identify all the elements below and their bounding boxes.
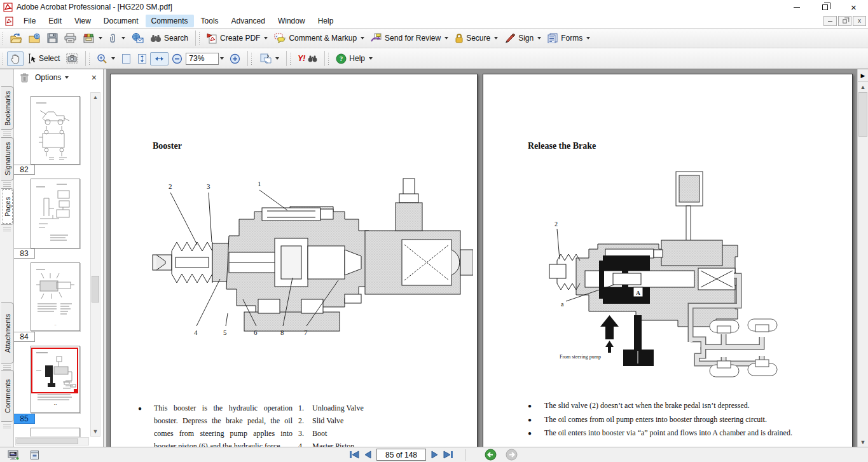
zoom-out-button[interactable]: [169, 51, 186, 66]
document-close-button[interactable]: x: [853, 16, 866, 26]
toolbar-grip[interactable]: [327, 52, 330, 65]
zoom-dropdown-caret-icon[interactable]: [220, 57, 224, 60]
fit-height-icon: [137, 53, 147, 64]
thumbnails-vertical-scrollbar[interactable]: ▲ ▼: [90, 92, 100, 437]
sidebar-tab-signatures[interactable]: Signatures: [1, 137, 14, 180]
scroll-up-icon[interactable]: ▲: [858, 82, 868, 92]
open-button[interactable]: [7, 31, 25, 45]
toolbar-grip[interactable]: [88, 52, 91, 65]
attach-button[interactable]: [106, 31, 128, 46]
page-display-button[interactable]: [256, 51, 282, 66]
scrollbar-thumb[interactable]: [92, 276, 99, 302]
window-restore-button[interactable]: [811, 0, 839, 14]
open-web-button[interactable]: [25, 31, 44, 45]
help-button[interactable]: ? Help: [333, 51, 376, 66]
comment-markup-label: Comment & Markup: [289, 34, 357, 43]
save-button[interactable]: [44, 31, 61, 45]
pump-label: From steering pump: [560, 354, 601, 360]
page-number-84[interactable]: 84: [14, 332, 35, 342]
create-pdf-button[interactable]: Create PDF: [203, 31, 271, 46]
select-tool-button[interactable]: Select: [24, 51, 63, 65]
page-layout-icon[interactable]: [30, 450, 39, 460]
toolbar-grip[interactable]: [289, 52, 292, 65]
last-page-button[interactable]: [443, 450, 454, 459]
forms-button[interactable]: Forms: [544, 31, 593, 45]
hand-tool-button[interactable]: [7, 51, 24, 66]
send-for-review-button[interactable]: Send for Review: [368, 31, 451, 45]
next-view-button[interactable]: [506, 449, 518, 461]
viewport-resize-handle[interactable]: [74, 389, 78, 393]
menu-document[interactable]: Document: [98, 15, 144, 27]
scroll-down-icon[interactable]: ▼: [858, 437, 868, 447]
options-menu-button[interactable]: Options: [35, 73, 69, 82]
list-item: 2.Slid Valve: [298, 414, 364, 427]
document-vertical-scrollbar[interactable]: ▶ ▲ ▼: [857, 69, 868, 447]
sidebar-tab-comments[interactable]: Comments: [1, 370, 14, 422]
menu-help[interactable]: Help: [312, 15, 340, 27]
scrollbar-thumb[interactable]: [17, 438, 78, 444]
toolbar-grip[interactable]: [1, 52, 4, 65]
trash-icon[interactable]: [20, 73, 29, 83]
menu-file[interactable]: File: [18, 15, 41, 27]
toolbar-grip[interactable]: [250, 52, 253, 65]
menu-advanced[interactable]: Advanced: [226, 15, 271, 27]
menu-view[interactable]: View: [69, 15, 97, 27]
page-thumbnail-84[interactable]: ..: [31, 262, 80, 331]
fullscreen-view-icon[interactable]: [8, 450, 19, 460]
help-question-icon: ?: [336, 53, 347, 64]
page-thumbnail-83[interactable]: [31, 179, 80, 248]
print-button[interactable]: [61, 31, 79, 45]
menu-tools[interactable]: Tools: [195, 15, 224, 27]
pdf-page-85-left[interactable]: Booster: [110, 74, 478, 447]
menu-comments[interactable]: Comments: [146, 15, 194, 27]
page-thumbnail-85[interactable]: ..: [31, 346, 80, 413]
toolbar-grip[interactable]: [1, 32, 4, 44]
thumbnails-horizontal-scrollbar[interactable]: [15, 437, 89, 445]
yahoo-search-button[interactable]: Y!: [294, 52, 320, 65]
zoom-in-button[interactable]: [226, 51, 244, 66]
page-number-85[interactable]: 85: [14, 414, 35, 424]
menu-window[interactable]: Window: [272, 15, 311, 27]
window-minimize-button[interactable]: [782, 0, 811, 14]
zoom-tool-button[interactable]: [93, 51, 118, 66]
document-minimize-button[interactable]: [823, 16, 837, 26]
document-area[interactable]: Booster: [107, 69, 868, 447]
callout-7: 7: [304, 329, 308, 336]
previous-page-button[interactable]: [364, 450, 372, 459]
show-panel-arrow-button[interactable]: ▶: [858, 69, 868, 82]
fit-height-button[interactable]: [134, 51, 150, 66]
toolbar-grip[interactable]: [198, 32, 201, 44]
pdf-page-85-right[interactable]: Release the Brake: [483, 74, 853, 447]
scrollbar-thumb[interactable]: [858, 92, 867, 137]
scroll-up-icon[interactable]: ▲: [91, 93, 100, 102]
organizer-button[interactable]: [79, 31, 106, 45]
search-button[interactable]: Search: [147, 32, 191, 44]
thumbnail-viewport-indicator[interactable]: [31, 348, 78, 393]
page-number-input[interactable]: [376, 449, 426, 461]
page-number-82[interactable]: 82: [14, 165, 35, 175]
sidebar-tab-pages[interactable]: Pages: [1, 188, 14, 225]
page-thumbnail-82[interactable]: [31, 96, 80, 165]
comment-markup-button[interactable]: Comment & Markup: [271, 31, 368, 45]
panel-close-button[interactable]: ×: [92, 72, 97, 83]
fit-width-button[interactable]: [150, 52, 169, 65]
first-page-button[interactable]: [348, 450, 359, 459]
scroll-down-icon[interactable]: ▼: [91, 427, 100, 436]
document-restore-button[interactable]: [838, 16, 851, 26]
page-thumbnail-86-partial[interactable]: [31, 428, 80, 437]
sign-button[interactable]: Sign: [501, 31, 544, 45]
page-number-83[interactable]: 83: [14, 248, 35, 259]
snapshot-tool-button[interactable]: [63, 51, 81, 65]
window-close-button[interactable]: ×: [839, 0, 868, 14]
previous-view-button[interactable]: [485, 449, 497, 461]
sidebar-tab-bookmarks[interactable]: Bookmarks: [1, 86, 14, 130]
sidebar-tab-attachments[interactable]: Attachments: [1, 302, 14, 363]
bullet-icon: ●: [528, 399, 544, 413]
email-button[interactable]: [128, 31, 147, 45]
fit-page-button[interactable]: [118, 51, 134, 66]
zoom-level-input[interactable]: [186, 53, 219, 65]
secure-button[interactable]: Secure: [451, 31, 501, 45]
next-page-button[interactable]: [431, 450, 439, 459]
title-bar: Adobe Acrobat Professional - [HG220 SM.p…: [0, 0, 868, 14]
menu-edit[interactable]: Edit: [43, 15, 67, 27]
